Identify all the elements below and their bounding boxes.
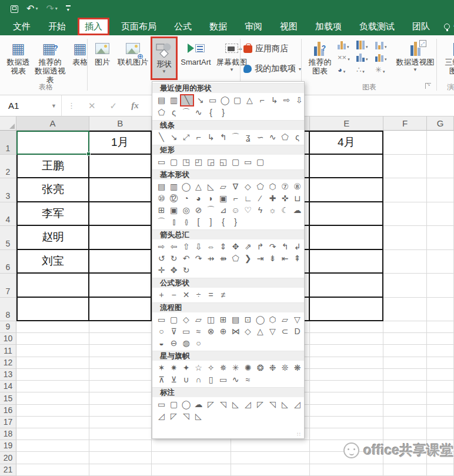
ribbon-tab-3[interactable]: 页面布局: [115, 18, 162, 35]
shape-item[interactable]: ▤: [155, 181, 168, 192]
shape-item[interactable]: ✥: [168, 265, 180, 276]
shape-item[interactable]: ☾: [279, 205, 291, 216]
cell-B7[interactable]: [89, 274, 152, 298]
shape-item[interactable]: ◗: [205, 193, 217, 204]
cell-F9[interactable]: [383, 321, 427, 333]
cell-E11[interactable]: [310, 345, 383, 357]
shape-item[interactable]: ◯: [219, 95, 231, 106]
cell-F21[interactable]: [383, 464, 427, 476]
cell-G2[interactable]: [427, 155, 454, 179]
shape-item[interactable]: △: [254, 326, 266, 337]
shape-item[interactable]: ⊕: [217, 326, 229, 337]
cell-A11[interactable]: [16, 345, 89, 357]
shape-item[interactable]: △: [192, 181, 205, 192]
smartart-button[interactable]: SmartArt: [178, 36, 214, 80]
save-icon[interactable]: [11, 5, 18, 13]
shape-item[interactable]: ◎: [180, 205, 192, 216]
ribbon-tab-8[interactable]: 加载项: [309, 18, 348, 35]
shape-item[interactable]: ▱: [217, 181, 229, 192]
shape-item[interactable]: ✳: [229, 362, 242, 374]
shape-item[interactable]: ⌐: [229, 193, 242, 204]
shape-item[interactable]: ☆: [192, 362, 205, 374]
shape-item[interactable]: ◒: [155, 338, 168, 349]
shape-item[interactable]: ▣: [217, 193, 229, 204]
shape-item[interactable]: ◿: [155, 411, 168, 422]
row-header-6[interactable]: 6: [0, 250, 16, 274]
shape-item[interactable]: ↺: [155, 253, 168, 264]
cell-B21[interactable]: [89, 464, 152, 476]
row-header-4[interactable]: 4: [0, 202, 16, 227]
cell-E21[interactable]: [310, 464, 383, 476]
cell-B19[interactable]: [89, 440, 152, 452]
cell-D19[interactable]: [231, 440, 311, 452]
shape-item[interactable]: ⊽: [168, 326, 180, 337]
shape-item[interactable]: ▢: [168, 399, 180, 410]
row-header-20[interactable]: 20: [0, 452, 16, 464]
shape-item[interactable]: ↘: [168, 132, 180, 143]
cell-A16[interactable]: [16, 405, 89, 417]
shape-item[interactable]: =: [205, 289, 217, 301]
shape-item[interactable]: ✚: [266, 193, 279, 204]
cell-B12[interactable]: [89, 357, 152, 369]
cell-E8[interactable]: [310, 298, 383, 322]
shape-item[interactable]: ⊖: [168, 338, 180, 349]
shape-item[interactable]: ▢: [254, 157, 266, 168]
shape-item[interactable]: ↻: [168, 253, 180, 264]
cell-C21[interactable]: [152, 464, 231, 476]
radar-chart-button[interactable]: ✳▾: [374, 63, 393, 75]
cell-B6[interactable]: [89, 250, 152, 274]
shape-item[interactable]: ⇸: [205, 253, 217, 264]
shape-item[interactable]: ↷: [192, 253, 205, 264]
enter-icon[interactable]: ✓: [103, 101, 125, 111]
shape-item[interactable]: }: [229, 217, 242, 228]
shape-item[interactable]: ς: [168, 107, 180, 118]
cell-G11[interactable]: [427, 345, 454, 357]
shape-item[interactable]: ▥: [168, 95, 180, 106]
cell-B5[interactable]: [89, 226, 152, 250]
my-addins-button[interactable]: 我的加载项 ▾: [243, 61, 301, 76]
shape-item[interactable]: ❯: [242, 253, 254, 264]
shape-item[interactable]: ▢: [168, 314, 180, 325]
shape-item[interactable]: ◺: [229, 399, 242, 410]
cell-A3[interactable]: 张亮: [16, 178, 89, 202]
cell-F10[interactable]: [383, 333, 427, 345]
cell-E3[interactable]: [310, 178, 383, 202]
shape-item[interactable]: ⌐: [192, 132, 205, 143]
ribbon-tab-0[interactable]: 文件: [7, 18, 36, 35]
shape-item[interactable]: ◇: [242, 181, 254, 192]
ribbon-tab-10[interactable]: 团队: [406, 18, 436, 35]
shape-item[interactable]: ⊡: [242, 314, 254, 325]
cell-G15[interactable]: [427, 392, 454, 404]
cell-G21[interactable]: [427, 464, 454, 476]
cell-F3[interactable]: [383, 178, 427, 202]
shape-item[interactable]: ▭: [180, 326, 192, 337]
cell-E2[interactable]: [310, 155, 383, 179]
cell-B18[interactable]: [89, 428, 152, 440]
shape-item[interactable]: ⊘: [192, 205, 205, 216]
row-header-17[interactable]: 17: [0, 417, 16, 428]
column-header-F[interactable]: F: [383, 116, 427, 131]
shape-item[interactable]: ⇨: [281, 95, 293, 106]
cell-F1[interactable]: [383, 131, 427, 155]
cell-F17[interactable]: [383, 417, 427, 428]
scatter-chart-button[interactable]: ∴▾: [355, 63, 374, 75]
shape-item[interactable]: ❉: [266, 362, 279, 374]
shape-item[interactable]: ◺: [205, 181, 217, 192]
shape-item[interactable]: ▥: [168, 181, 180, 192]
shape-item[interactable]: ❋: [291, 362, 303, 374]
cell-E9[interactable]: [310, 321, 383, 333]
row-header-14[interactable]: 14: [0, 381, 16, 392]
cancel-icon[interactable]: ✕: [81, 101, 103, 111]
shape-item[interactable]: ⇤: [279, 253, 291, 264]
cell-F7[interactable]: [383, 274, 427, 298]
cell-A5[interactable]: 赵明: [16, 226, 89, 250]
shape-item[interactable]: ⬠: [155, 107, 168, 118]
cell-G18[interactable]: [427, 428, 454, 440]
shape-item[interactable]: ⤢: [180, 132, 192, 143]
shape-item[interactable]: ❊: [279, 362, 291, 374]
cell-E7[interactable]: [310, 274, 383, 298]
shape-item[interactable]: ʓ: [242, 132, 254, 143]
shape-item[interactable]: ◸: [168, 411, 180, 422]
shape-item[interactable]: ▽: [266, 326, 279, 337]
row-header-3[interactable]: 3: [0, 178, 16, 202]
